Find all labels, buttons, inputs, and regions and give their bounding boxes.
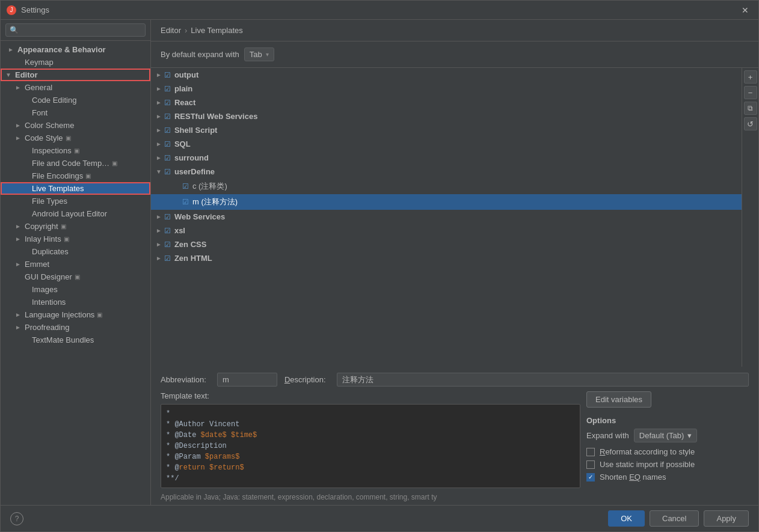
applicable-text: Applicable in Java; Java: statement, exp… [161, 493, 580, 501]
sidebar-item-code-editing[interactable]: Code Editing [1, 94, 150, 106]
templates-list: ► ☑ output ► ☑ plain ► ☑ React [151, 68, 742, 367]
group-arrow: ► [156, 99, 162, 106]
sidebar-item-gui-designer[interactable]: GUI Designer ▣ [1, 271, 150, 283]
shorten-eq-checkbox[interactable]: ✓ [586, 473, 595, 482]
sidebar-item-label: Duplicates [32, 247, 69, 256]
group-name: Zen HTML [174, 254, 212, 263]
add-button[interactable]: + [744, 70, 757, 84]
template-group-xsl[interactable]: ► ☑ xsl [151, 224, 742, 237]
group-check[interactable]: ☑ [164, 154, 171, 162]
sidebar-item-file-code-templates[interactable]: File and Code Temp… ▣ [1, 157, 150, 170]
sidebar-item-color-scheme[interactable]: ► Color Scheme [1, 119, 150, 132]
code-line-6: * @return $return$ [166, 462, 575, 473]
sidebar-item-duplicates[interactable]: Duplicates [1, 245, 150, 258]
template-group-zenhtml[interactable]: ► ☑ Zen HTML [151, 251, 742, 265]
sidebar-item-label: Color Scheme [25, 121, 74, 130]
group-check[interactable]: ☑ [164, 213, 171, 221]
template-entry-m[interactable]: ☑ m (注释方法) [151, 194, 742, 210]
sidebar-tree: ► Appearance & Behavior Keymap ▼ Editor … [1, 41, 150, 505]
sidebar-item-live-templates[interactable]: Live Templates [1, 182, 150, 195]
group-check[interactable]: ☑ [164, 168, 171, 176]
group-check[interactable]: ☑ [164, 240, 171, 249]
group-check[interactable]: ☑ [164, 254, 171, 263]
sidebar-item-font[interactable]: Font [1, 106, 150, 119]
group-check[interactable]: ☑ [164, 227, 171, 235]
group-check[interactable]: ☑ [164, 99, 171, 107]
sidebar-item-code-style[interactable]: ► Code Style ▣ [1, 132, 150, 144]
group-arrow: ▼ [156, 168, 162, 175]
group-check[interactable]: ☑ [164, 85, 171, 93]
entry-check[interactable]: ☑ [182, 198, 189, 206]
entry-check[interactable]: ☑ [182, 182, 189, 191]
sidebar-item-proofreading[interactable]: ► Proofreading [1, 321, 150, 334]
code-line-3: * @Date $date$ $time$ [166, 430, 575, 441]
expand-dropdown[interactable]: Tab ▾ [244, 47, 274, 61]
expand-arrow: ► [15, 223, 22, 230]
edit-variables-button[interactable]: Edit variables [586, 391, 651, 408]
sidebar-item-appearance[interactable]: ► Appearance & Behavior [1, 43, 150, 56]
template-group-webservices[interactable]: ► ☑ Web Services [151, 210, 742, 224]
group-arrow: ► [156, 154, 162, 161]
sidebar-item-images[interactable]: Images [1, 283, 150, 296]
sidebar-item-file-encodings[interactable]: File Encodings ▣ [1, 170, 150, 182]
close-button[interactable]: ✕ [738, 4, 752, 16]
group-arrow: ► [156, 241, 162, 248]
sidebar-item-inspections[interactable]: Inspections ▣ [1, 144, 150, 157]
group-check[interactable]: ☑ [164, 140, 171, 148]
lang-icon: ▣ [97, 311, 102, 318]
sidebar-item-general[interactable]: ► General [1, 81, 150, 94]
sidebar-item-file-types[interactable]: File Types [1, 195, 150, 207]
template-group-sql[interactable]: ► ☑ SQL [151, 137, 742, 151]
copy-button[interactable]: ⧉ [744, 102, 757, 115]
sidebar-item-language-injections[interactable]: ► Language Injections ▣ [1, 308, 150, 321]
group-check[interactable]: ☑ [164, 71, 171, 79]
group-name: Web Services [174, 212, 225, 221]
template-group-restful[interactable]: ► ☑ RESTful Web Services [151, 109, 742, 123]
template-group-output[interactable]: ► ☑ output [151, 68, 742, 82]
group-arrow: ► [156, 85, 162, 92]
template-group-shell[interactable]: ► ☑ Shell Script [151, 123, 742, 137]
expand-arrow: ► [15, 122, 22, 129]
sidebar-item-label: File and Code Temp… [32, 159, 109, 168]
expand-value: Tab [250, 50, 262, 59]
group-name: output [174, 70, 198, 79]
template-entry-c[interactable]: ☑ c (注释类) [151, 179, 742, 194]
sidebar-item-keymap[interactable]: Keymap [1, 56, 150, 69]
template-group-surround[interactable]: ► ☑ surround [151, 151, 742, 165]
sidebar-item-editor[interactable]: ▼ Editor [1, 69, 150, 81]
template-group-react[interactable]: ► ☑ React [151, 96, 742, 109]
group-check[interactable]: ☑ [164, 112, 171, 121]
group-name: React [174, 98, 195, 107]
reformat-checkbox[interactable] [586, 448, 595, 456]
sidebar-item-label: Font [32, 108, 48, 117]
reset-button[interactable]: ↺ [744, 117, 757, 130]
expand-with-dropdown[interactable]: Default (Tab) ▾ [634, 429, 697, 442]
template-group-zencss[interactable]: ► ☑ Zen CSS [151, 237, 742, 251]
inlay-icon: ▣ [64, 236, 69, 242]
abbreviation-input[interactable] [217, 373, 277, 387]
apply-button[interactable]: Apply [704, 510, 749, 527]
dialog-title: Settings [21, 5, 49, 14]
sidebar-item-copyright[interactable]: ► Copyright ▣ [1, 220, 150, 233]
static-import-checkbox[interactable] [586, 460, 595, 469]
template-code[interactable]: * * @Author Vincent * @Date $date$ $time… [161, 404, 580, 488]
search-input[interactable] [5, 23, 146, 37]
remove-button[interactable]: − [744, 86, 757, 99]
sidebar-item-inlay-hints[interactable]: ► Inlay Hints ▣ [1, 233, 150, 245]
shorten-eq-label: Shorten EQ names [600, 472, 666, 482]
sidebar-item-textmate[interactable]: TextMate Bundles [1, 334, 150, 346]
search-bar [1, 20, 150, 41]
template-group-plain[interactable]: ► ☑ plain [151, 82, 742, 96]
template-group-userdefine[interactable]: ▼ ☑ userDefine [151, 165, 742, 179]
group-arrow: ► [156, 127, 162, 133]
sidebar-item-intentions[interactable]: Intentions [1, 296, 150, 308]
ok-button[interactable]: OK [608, 510, 645, 527]
cancel-button[interactable]: Cancel [650, 510, 699, 527]
group-arrow: ► [156, 72, 162, 78]
description-input[interactable] [337, 373, 749, 387]
sidebar-item-emmet[interactable]: ► Emmet [1, 258, 150, 271]
sidebar-item-android-layout[interactable]: Android Layout Editor [1, 207, 150, 220]
help-button[interactable]: ? [10, 512, 23, 525]
group-check[interactable]: ☑ [164, 126, 171, 135]
expand-with-value: Default (Tab) [639, 431, 684, 440]
